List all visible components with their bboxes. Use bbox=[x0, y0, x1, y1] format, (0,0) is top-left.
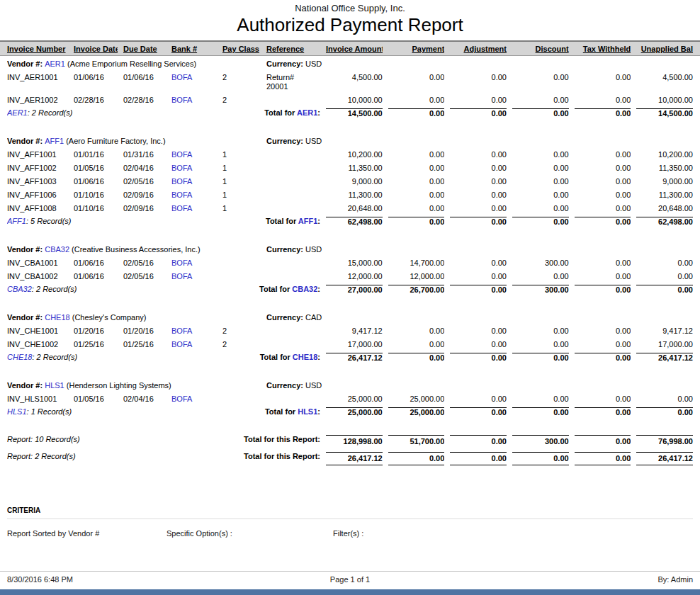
vendor-total-row: AFF1: 5 Record(s)Total for AFF1:62,498.0… bbox=[0, 215, 700, 229]
currency-label: Currency: bbox=[266, 381, 305, 390]
vendor-total-tax-withheld: 0.00 bbox=[575, 407, 631, 417]
adjustment-cell: 0.00 bbox=[450, 191, 507, 200]
report-total-unapplied-bal: 26,417.12 bbox=[636, 452, 693, 465]
vendor-total-row: AER1: 2 Record(s)Total for AER1:14,500.0… bbox=[0, 107, 700, 120]
tax-withheld-cell: 0.00 bbox=[575, 272, 631, 281]
tax-withheld-cell: 0.00 bbox=[575, 73, 631, 82]
currency-value: CAD bbox=[305, 313, 322, 322]
footer-datetime: 8/30/2016 6:48 PM bbox=[7, 575, 236, 584]
adjustment-cell: 0.00 bbox=[450, 164, 507, 173]
vendor-total-payment: 0.00 bbox=[388, 353, 445, 363]
vendor-name: (Aero Furniture Factory, Inc.) bbox=[64, 137, 165, 145]
column-header-invoice-date: Invoice Date bbox=[74, 45, 118, 53]
records-count-text: : 2 Record(s) bbox=[32, 285, 77, 293]
report-total-payment: 51,700.00 bbox=[388, 435, 445, 448]
vendor-code-link[interactable]: AFF1 bbox=[45, 137, 64, 145]
records-vendor-code: HLS1 bbox=[7, 407, 27, 416]
vendor-total-tax-withheld: 0.00 bbox=[575, 353, 631, 363]
invoice-amount-cell: 12,000.00 bbox=[326, 272, 383, 281]
reference-cell: Return# 20001 bbox=[266, 73, 320, 91]
bank-cell[interactable]: BOFA bbox=[171, 164, 217, 173]
invoice-date-cell: 01/06/16 bbox=[74, 259, 118, 268]
vendor-total-adjustment: 0.00 bbox=[450, 407, 507, 417]
discount-cell: 0.00 bbox=[512, 395, 569, 404]
invoice-amount-cell: 9,000.00 bbox=[326, 177, 383, 186]
vendor-total-row: CBA32: 2 Record(s)Total for CBA32:27,000… bbox=[0, 283, 700, 297]
vendor-number-label: Vendor #: bbox=[7, 137, 45, 145]
vendor-code-link[interactable]: AER1 bbox=[45, 60, 65, 68]
vendor-total-unapplied-bal: 26,417.12 bbox=[636, 353, 693, 363]
total-vendor-code: HLS1 bbox=[298, 407, 317, 416]
vendor-number-label: Vendor #: bbox=[7, 313, 45, 322]
vendor-total-tax-withheld: 0.00 bbox=[575, 285, 631, 295]
tax-withheld-cell: 0.00 bbox=[575, 191, 631, 200]
tax-withheld-cell: 0.00 bbox=[575, 395, 631, 404]
report-table: Vendor #: AER1 (Acme Emporium Reselling … bbox=[0, 56, 700, 419]
invoice-row: INV_AFF100601/10/1602/09/16BOFA111,300.0… bbox=[0, 188, 700, 202]
bank-cell[interactable]: BOFA bbox=[171, 150, 217, 159]
invoice-amount-cell: 4,500.00 bbox=[326, 73, 383, 82]
bank-cell[interactable]: BOFA bbox=[171, 73, 217, 82]
bank-cell[interactable]: BOFA bbox=[171, 259, 217, 268]
invoice-number-cell: INV_AER1002 bbox=[7, 96, 68, 105]
discount-cell: 0.00 bbox=[512, 150, 569, 159]
report-total-discount: 300.00 bbox=[512, 435, 569, 448]
bank-cell[interactable]: BOFA bbox=[171, 191, 217, 200]
vendor-info: Vendor #: AFF1 (Aero Furniture Factory, … bbox=[7, 137, 261, 146]
vendor-code-link[interactable]: CBA32 bbox=[45, 245, 69, 254]
bank-cell[interactable]: BOFA bbox=[171, 204, 217, 213]
invoice-date-cell: 01/25/16 bbox=[74, 340, 118, 349]
bank-cell[interactable]: BOFA bbox=[171, 96, 217, 105]
vendor-record-count: AER1: 2 Record(s) bbox=[7, 108, 166, 118]
invoice-row: INV_AFF100301/06/1602/05/16BOFA19,000.00… bbox=[0, 175, 700, 188]
unapplied-bal-cell: 10,200.00 bbox=[636, 150, 693, 159]
pay-class-cell: 2 bbox=[222, 327, 261, 336]
column-header-due-date: Due Date bbox=[123, 45, 166, 53]
bank-cell[interactable]: BOFA bbox=[171, 177, 217, 186]
records-vendor-code: AFF1 bbox=[7, 217, 26, 225]
tax-withheld-cell: 0.00 bbox=[575, 164, 631, 173]
tax-withheld-cell: 0.00 bbox=[575, 96, 631, 105]
column-header-invoice-number: Invoice Number bbox=[7, 45, 68, 53]
vendor-total-discount: 0.00 bbox=[512, 353, 569, 363]
vendor-total-invoice-amount: 26,417.12 bbox=[326, 353, 383, 363]
due-date-cell: 02/09/16 bbox=[123, 191, 166, 200]
invoice-row: INV_CBA100201/06/1602/05/16BOFA12,000.00… bbox=[0, 270, 700, 283]
vendor-name: (Creative Business Accessories, Inc.) bbox=[69, 245, 201, 254]
due-date-cell: 02/05/16 bbox=[123, 272, 166, 281]
bank-cell[interactable]: BOFA bbox=[171, 327, 217, 336]
criteria-sorted-by: Report Sorted by Vendor # bbox=[7, 529, 166, 538]
vendor-total-label: Total for CBA32: bbox=[171, 285, 320, 294]
tax-withheld-cell: 0.00 bbox=[575, 340, 631, 349]
vendor-header-row: Vendor #: HLS1 (Henderson Lighting Syste… bbox=[0, 378, 700, 392]
records-count-text: : 1 Record(s) bbox=[27, 407, 72, 416]
invoice-number-cell: INV_CHE1002 bbox=[7, 340, 68, 349]
vendor-record-count: HLS1: 1 Record(s) bbox=[7, 407, 166, 416]
bank-cell[interactable]: BOFA bbox=[171, 340, 217, 349]
invoice-row: INV_AFF100201/05/1602/04/16BOFA111,350.0… bbox=[0, 162, 700, 175]
bank-cell[interactable]: BOFA bbox=[171, 272, 217, 281]
vendor-total-payment: 0.00 bbox=[388, 217, 445, 227]
bottom-scrollbar[interactable] bbox=[0, 589, 700, 595]
payment-cell: 0.00 bbox=[388, 150, 445, 159]
invoice-row: INV_CHE100201/25/1601/25/16BOFA217,000.0… bbox=[0, 338, 700, 351]
report-page: National Office Supply, Inc. Authorized … bbox=[0, 0, 700, 595]
payment-cell: 0.00 bbox=[388, 73, 445, 82]
invoice-date-cell: 02/28/16 bbox=[74, 96, 118, 105]
pay-class-cell: 1 bbox=[222, 204, 261, 213]
vendor-code-link[interactable]: HLS1 bbox=[45, 381, 64, 390]
discount-cell: 0.00 bbox=[512, 340, 569, 349]
invoice-number-cell: INV_AFF1003 bbox=[7, 177, 68, 186]
pay-class-cell: 1 bbox=[222, 150, 261, 159]
bank-cell[interactable]: BOFA bbox=[171, 395, 217, 404]
pay-class-cell: 2 bbox=[222, 73, 261, 82]
total-for-label: Total for bbox=[259, 285, 292, 293]
invoice-amount-cell: 10,200.00 bbox=[326, 150, 383, 159]
invoice-date-cell: 01/01/16 bbox=[74, 150, 118, 159]
invoice-amount-cell: 10,000.00 bbox=[326, 96, 383, 105]
criteria-specific-options-label: Specific Option(s) : bbox=[166, 529, 333, 538]
invoice-row: INV_AER100101/06/1601/06/16BOFA2Return# … bbox=[0, 71, 700, 94]
vendor-total-adjustment: 0.00 bbox=[450, 353, 507, 363]
report-total-label: Total for this Report: bbox=[171, 435, 320, 444]
vendor-code-link[interactable]: CHE18 bbox=[45, 313, 69, 322]
